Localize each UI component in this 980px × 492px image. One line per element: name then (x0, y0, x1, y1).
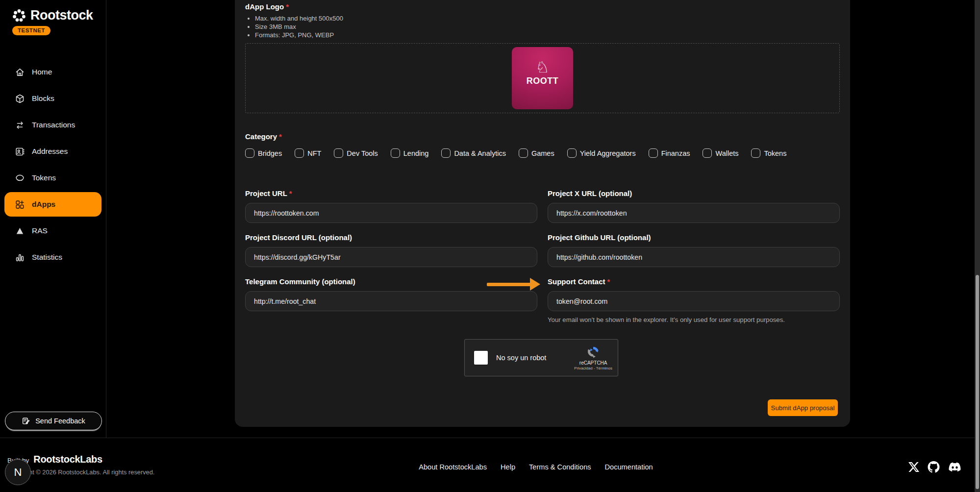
scrollbar-track[interactable] (975, 0, 980, 492)
footer: Built by RootstockLabs Copyright © 2026 … (0, 438, 980, 492)
logo-preview-text: ROOTT (527, 76, 559, 86)
bar-chart-icon (15, 252, 25, 263)
project-discord-url-input[interactable] (245, 247, 537, 267)
sidebar-item-label: Addresses (32, 147, 68, 156)
recaptcha-privacy-terms-links[interactable]: Privacidad - Términos (574, 366, 612, 370)
category-checkbox-finanzas[interactable]: Finanzas (649, 148, 690, 158)
required-asterisk: * (607, 277, 610, 286)
project-discord-url-field: Project Discord URL (optional) (245, 233, 537, 267)
support-contact-label: Support Contact* (548, 277, 840, 286)
arrow-head (530, 278, 540, 291)
sidebar-item-blocks[interactable]: Blocks (0, 85, 106, 112)
footer-link-documentation[interactable]: Documentation (605, 463, 653, 471)
sidebar-item-dapps[interactable]: dApps (4, 192, 101, 217)
project-x-url-label: Project X URL (optional) (548, 189, 840, 197)
checkbox (567, 148, 577, 158)
sidebar-item-statistics[interactable]: Statistics (0, 244, 106, 271)
project-url-field: Project URL* (245, 189, 537, 223)
sidebar-item-label: Tokens (32, 173, 56, 182)
cube-icon (15, 94, 25, 104)
sidebar-item-label: RAS (32, 226, 48, 235)
logo-requirement: Max. width and height 500x500 (255, 14, 343, 23)
required-asterisk: * (279, 132, 282, 141)
checkbox (703, 148, 712, 158)
grid-plus-icon (15, 199, 25, 210)
checkbox (334, 148, 343, 158)
project-x-url-input[interactable] (548, 203, 840, 223)
brand-name: Rootstock (30, 8, 93, 23)
required-asterisk: * (289, 189, 292, 197)
testnet-badge: TESTNET (12, 26, 50, 35)
sidebar-item-label: Transactions (32, 121, 75, 129)
category-checkbox-lending[interactable]: Lending (391, 148, 429, 158)
avatar[interactable]: N (5, 459, 31, 485)
category-checkbox-yield-aggregators[interactable]: Yield Aggregators (567, 148, 636, 158)
sidebar-item-addresses[interactable]: Addresses (0, 138, 106, 165)
recaptcha-brand-block: reCAPTCHA Privacidad - Términos (574, 345, 612, 370)
discord-icon[interactable] (948, 461, 961, 473)
support-contact-arrow-annotation (487, 278, 541, 291)
rootstock-flower-icon (12, 8, 26, 23)
recaptcha-checkbox[interactable] (474, 351, 488, 365)
send-feedback-label: Send Feedback (35, 417, 85, 425)
project-x-url-field: Project X URL (optional) (548, 189, 840, 223)
logo-upload-dropzone[interactable]: ♘ ROOTT (245, 43, 840, 113)
x-icon[interactable] (908, 461, 919, 473)
project-url-input[interactable] (245, 203, 537, 223)
social-icons (908, 461, 961, 473)
checkbox (519, 148, 528, 158)
sidebar-item-label: Statistics (32, 253, 62, 262)
sidebar-item-label: dApps (32, 200, 55, 209)
project-discord-url-label: Project Discord URL (optional) (245, 233, 537, 242)
knight-icon: ♘ (535, 59, 550, 75)
footer-link-help[interactable]: Help (501, 463, 515, 471)
recaptcha-widget: No soy un robot reCAPTCHA Privacidad - T… (464, 339, 618, 376)
project-url-label: Project URL* (245, 189, 537, 197)
logo-requirements-list: Max. width and height 500x500 Size 3MB m… (255, 14, 343, 39)
send-feedback-button[interactable]: Send Feedback (5, 412, 102, 430)
support-contact-input[interactable] (548, 291, 840, 311)
checkbox (245, 148, 254, 158)
category-checkbox-bridges[interactable]: Bridges (245, 148, 282, 158)
category-checkbox-wallets[interactable]: Wallets (703, 148, 738, 158)
sidebar-item-tokens[interactable]: Tokens (0, 165, 106, 191)
footer-brand[interactable]: RootstockLabs (33, 454, 102, 465)
sidebar-item-label: Home (32, 68, 52, 76)
rootstock-explorer-page: Rootstock TESTNET Home Blocks Transactio… (0, 0, 980, 492)
sidebar: Rootstock TESTNET Home Blocks Transactio… (0, 0, 106, 438)
sidebar-item-transactions[interactable]: Transactions (0, 112, 106, 138)
sidebar-item-home[interactable]: Home (0, 59, 106, 85)
checkbox (391, 148, 400, 158)
footer-link-about[interactable]: About RootstockLabs (419, 463, 487, 471)
footer-link-terms[interactable]: Terms & Conditions (529, 463, 591, 471)
support-contact-field: Support Contact* Your email won't be sho… (548, 277, 840, 323)
support-contact-helper: Your email won't be shown in the explore… (548, 316, 840, 323)
project-github-url-label: Project Github URL (optional) (548, 233, 840, 242)
sidebar-nav: Home Blocks Transactions Addresses Token… (0, 59, 106, 271)
project-github-url-field: Project Github URL (optional) (548, 233, 840, 267)
category-checkbox-dev-tools[interactable]: Dev Tools (334, 148, 377, 158)
dapp-proposal-form-card: dApp Logo* Max. width and height 500x500… (235, 0, 850, 427)
telegram-community-input[interactable] (245, 291, 537, 311)
home-icon (15, 67, 25, 77)
feedback-note-icon (22, 417, 30, 425)
submit-dapp-proposal-button[interactable]: Submit dApp proposal (768, 399, 838, 416)
github-icon[interactable] (928, 461, 940, 473)
project-github-url-input[interactable] (548, 247, 840, 267)
recaptcha-icon (586, 345, 600, 359)
url-fields-grid: Project URL* Project X URL (optional) Pr… (245, 189, 840, 323)
required-asterisk: * (286, 2, 289, 11)
logo-requirement: Formats: JPG, PNG, WEBP (255, 31, 343, 39)
dapp-logo-label: dApp Logo* (245, 2, 289, 11)
triangle-icon (15, 226, 25, 236)
scrollbar-thumb[interactable] (976, 275, 979, 489)
category-checkbox-data-analytics[interactable]: Data & Analytics (441, 148, 506, 158)
category-checkbox-tokens[interactable]: Tokens (751, 148, 786, 158)
brand[interactable]: Rootstock (0, 0, 106, 23)
category-checkbox-nft[interactable]: NFT (295, 148, 321, 158)
contact-card-icon (15, 147, 25, 157)
category-options: Bridges NFT Dev Tools Lending Data & Ana… (245, 148, 840, 158)
category-checkbox-games[interactable]: Games (519, 148, 554, 158)
sidebar-item-ras[interactable]: RAS (0, 218, 106, 244)
sidebar-item-label: Blocks (32, 94, 54, 103)
